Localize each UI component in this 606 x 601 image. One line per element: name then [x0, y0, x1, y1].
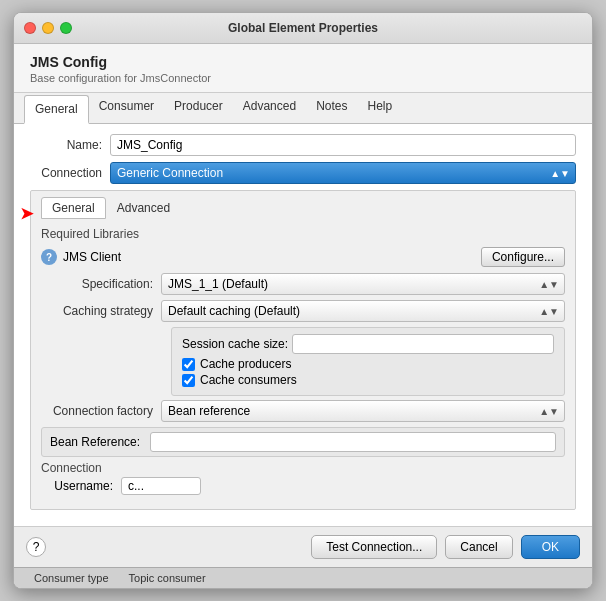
cache-consumers-row: Cache consumers [182, 373, 554, 387]
cancel-button[interactable]: Cancel [445, 535, 512, 559]
arrow-indicator-icon: ➤ [20, 204, 33, 223]
cache-box: Session cache size: Cache producers Cach… [171, 327, 565, 396]
tab-help[interactable]: Help [358, 93, 403, 124]
footer-left: ? [26, 537, 46, 557]
username-input[interactable] [121, 477, 201, 495]
inner-area-wrapper: ➤ General Advanced Required Libraries ? … [30, 190, 576, 510]
caching-row: Caching strategy Default caching (Defaul… [41, 300, 565, 322]
cache-producers-label: Cache producers [200, 357, 291, 371]
conn-factory-row: Connection factory Bean reference ▲▼ [41, 400, 565, 422]
bottom-tab-consumer-type[interactable]: Consumer type [24, 568, 119, 588]
connection-section-title: Connection [41, 461, 565, 475]
window-controls [24, 22, 72, 34]
inner-tab-advanced[interactable]: Advanced [106, 197, 181, 219]
configure-button[interactable]: Configure... [481, 247, 565, 267]
name-input[interactable] [110, 134, 576, 156]
window-title: Global Element Properties [228, 21, 378, 35]
username-label: Username: [41, 479, 121, 493]
name-row: Name: [30, 134, 576, 156]
content-area: Name: Connection Generic Connection ▲▼ ➤… [14, 124, 592, 526]
tab-general[interactable]: General [24, 95, 89, 124]
username-row: Username: [41, 477, 565, 495]
conn-factory-label: Connection factory [41, 404, 161, 418]
ok-button[interactable]: OK [521, 535, 580, 559]
required-libs-title: Required Libraries [41, 227, 565, 241]
help-button[interactable]: ? [26, 537, 46, 557]
maximize-button[interactable] [60, 22, 72, 34]
bottom-tab-topic-consumer[interactable]: Topic consumer [119, 568, 216, 588]
conn-factory-select[interactable]: Bean reference [161, 400, 565, 422]
cache-consumers-label: Cache consumers [200, 373, 297, 387]
bottom-tabs: Consumer type Topic consumer [14, 567, 592, 588]
session-cache-input[interactable] [292, 334, 554, 354]
bean-ref-input[interactable] [150, 432, 556, 452]
tab-producer[interactable]: Producer [164, 93, 233, 124]
specification-label: Specification: [41, 277, 161, 291]
specification-row: Specification: JMS_1_1 (Default) ▲▼ [41, 273, 565, 295]
header-section: JMS Config Base configuration for JmsCon… [14, 44, 592, 93]
test-connection-button[interactable]: Test Connection... [311, 535, 437, 559]
conn-factory-select-wrap: Bean reference ▲▼ [161, 400, 565, 422]
title-bar: Global Element Properties [14, 13, 592, 44]
tab-notes[interactable]: Notes [306, 93, 357, 124]
connection-select[interactable]: Generic Connection [110, 162, 576, 184]
connection-row: Connection Generic Connection ▲▼ [30, 162, 576, 184]
bean-ref-label: Bean Reference: [50, 435, 150, 449]
name-label: Name: [30, 138, 110, 152]
main-window: Global Element Properties JMS Config Bas… [13, 12, 593, 589]
inner-tabs: General Advanced [41, 197, 565, 219]
connection-select-wrapper: Generic Connection ▲▼ [110, 162, 576, 184]
main-tabs: General Consumer Producer Advanced Notes… [14, 93, 592, 124]
minimize-button[interactable] [42, 22, 54, 34]
lib-row: ? JMS Client Configure... [41, 247, 565, 267]
caching-select-wrap: Default caching (Default) ▲▼ [161, 300, 565, 322]
session-cache-label: Session cache size: [182, 337, 292, 351]
bean-ref-box: Bean Reference: [41, 427, 565, 457]
connection-inner-area: General Advanced Required Libraries ? JM… [30, 190, 576, 510]
caching-label: Caching strategy [41, 304, 161, 318]
footer: ? Test Connection... Cancel OK [14, 526, 592, 567]
config-subtitle: Base configuration for JmsConnector [30, 72, 576, 84]
cache-consumers-checkbox[interactable] [182, 374, 195, 387]
specification-select-wrap: JMS_1_1 (Default) ▲▼ [161, 273, 565, 295]
lib-name: JMS Client [63, 250, 481, 264]
tab-consumer[interactable]: Consumer [89, 93, 164, 124]
connection-label: Connection [30, 166, 110, 180]
session-cache-row: Session cache size: [182, 334, 554, 354]
config-title: JMS Config [30, 54, 576, 70]
specification-select[interactable]: JMS_1_1 (Default) [161, 273, 565, 295]
inner-tab-general[interactable]: General [41, 197, 106, 219]
tab-advanced[interactable]: Advanced [233, 93, 306, 124]
footer-right: Test Connection... Cancel OK [311, 535, 580, 559]
cache-producers-row: Cache producers [182, 357, 554, 371]
cache-producers-checkbox[interactable] [182, 358, 195, 371]
caching-select[interactable]: Default caching (Default) [161, 300, 565, 322]
close-button[interactable] [24, 22, 36, 34]
info-icon: ? [41, 249, 57, 265]
